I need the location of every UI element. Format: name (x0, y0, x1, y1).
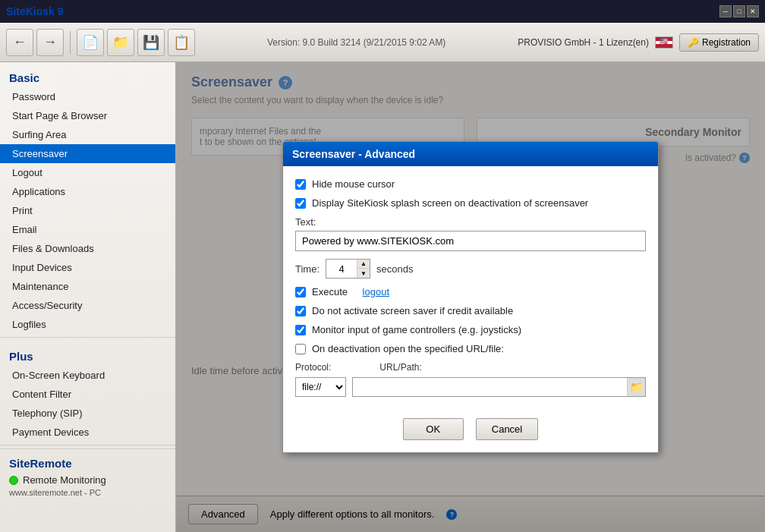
protocol-urlpath-labels-row: Protocol: URL/Path: (295, 362, 646, 373)
dialog-body: Hide mouse cursor Display SiteKiosk spla… (283, 166, 658, 409)
version-info: Version: 9.0 Build 3214 (9/21/2015 9:02 … (198, 37, 515, 48)
cancel-button[interactable]: Cancel (476, 418, 538, 440)
display-splash-checkbox[interactable] (295, 198, 306, 209)
ok-button[interactable]: OK (403, 418, 464, 440)
splash-text-input[interactable] (295, 231, 646, 251)
flag-icon: 🇺🇸 (655, 36, 673, 49)
execute-logout-checkbox[interactable] (295, 287, 306, 297)
time-row: Time: ▲ ▼ seconds (295, 259, 646, 279)
version-text: Version: 9.0 Build 3214 (9/21/2015 9:02 … (267, 37, 446, 48)
protocol-url-row: file:// http:// https:// 📁 (295, 377, 646, 397)
dialog-title: Screensaver - Advanced (292, 148, 415, 160)
no-screensaver-row: Do not activate screen saver if credit a… (295, 305, 646, 316)
sidebar-item-applications[interactable]: Applications (0, 182, 175, 201)
text-field-label: Text: (295, 216, 646, 228)
display-splash-row: Display SiteKiosk splash screen on deact… (295, 197, 646, 209)
save-button[interactable]: 💾 (137, 29, 165, 56)
app-title: SiteKiosk 9 (6, 5, 63, 17)
siteremote-title: SiteRemote (9, 457, 166, 470)
remote-monitoring-url: www.siteremote.net - PC (9, 488, 166, 497)
open-url-row: On deactivation open the specified URL/f… (295, 343, 646, 354)
hide-mouse-row: Hide mouse cursor (295, 178, 646, 190)
content-area: Screensaver ? Select the content you wan… (176, 62, 765, 532)
display-splash-label: Display SiteKiosk splash screen on deact… (312, 197, 588, 209)
title-bar-left: SiteKiosk 9 (6, 5, 63, 17)
plus-section-label: Plus (0, 341, 175, 366)
sidebar-item-access-security[interactable]: Access/Security (0, 296, 175, 315)
status-dot-icon (9, 476, 18, 485)
no-screensaver-label: Do not activate screen saver if credit a… (312, 305, 513, 316)
protocol-label: Protocol: (295, 362, 331, 373)
siteremote-section: SiteRemote Remote Monitoring www.siterem… (0, 449, 175, 505)
hide-mouse-label: Hide mouse cursor (312, 178, 395, 190)
time-input-wrap: ▲ ▼ (326, 259, 370, 279)
execute-logout-label: Execute (312, 286, 348, 297)
sidebar-item-logfiles[interactable]: Logfiles (0, 315, 175, 334)
title-bar: SiteKiosk 9 ─ □ ✕ (0, 0, 765, 23)
remote-monitoring-label: Remote Monitoring (23, 474, 106, 486)
dialog-title-bar: Screensaver - Advanced (283, 142, 658, 166)
saveas-button[interactable]: 📋 (168, 29, 195, 56)
back-button[interactable]: ← (6, 29, 33, 56)
new-button[interactable]: 📄 (77, 29, 104, 56)
sidebar-item-surfing-area[interactable]: Surfing Area (0, 125, 175, 144)
sidebar-item-telephony-sip[interactable]: Telephony (SIP) (0, 404, 175, 423)
dialog-buttons: OK Cancel (283, 409, 658, 452)
monitor-game-checkbox[interactable] (295, 325, 306, 335)
sidebar-item-start-page-browser[interactable]: Start Page & Browser (0, 106, 175, 125)
monitor-game-row: Monitor input of game controllers (e.g. … (295, 324, 646, 335)
main-layout: Basic Password Start Page & Browser Surf… (0, 62, 765, 532)
time-spin: ▲ ▼ (357, 260, 370, 278)
sidebar-item-screensaver[interactable]: Screensaver (0, 144, 175, 163)
time-unit-label: seconds (376, 263, 413, 275)
protocol-select-wrap: file:// http:// https:// (295, 377, 346, 397)
time-spin-down[interactable]: ▼ (357, 269, 370, 278)
sidebar-item-content-filter[interactable]: Content Filter (0, 385, 175, 404)
logout-link[interactable]: logout (363, 286, 389, 297)
screensaver-advanced-dialog: Screensaver - Advanced Hide mouse cursor… (282, 141, 659, 453)
open-url-checkbox[interactable] (295, 344, 306, 354)
sidebar-item-logout[interactable]: Logout (0, 163, 175, 182)
sidebar-item-password[interactable]: Password (0, 87, 175, 106)
execute-logout-row: Execute logout (295, 286, 646, 297)
sidebar: Basic Password Start Page & Browser Surf… (0, 62, 176, 532)
maximize-button[interactable]: □ (733, 5, 745, 17)
basic-section-label: Basic (0, 62, 175, 87)
toolbar-separator-1 (70, 31, 71, 54)
open-url-label: On deactivation open the specified URL/f… (312, 343, 504, 354)
toolbar-right: PROVISIO GmbH - 1 Lizenz(en) 🇺🇸 🔑 Regist… (518, 33, 759, 52)
close-button[interactable]: ✕ (747, 5, 759, 17)
sidebar-item-email[interactable]: Email (0, 220, 175, 239)
no-screensaver-checkbox[interactable] (295, 306, 306, 316)
forward-button[interactable]: → (36, 29, 64, 56)
time-spin-up[interactable]: ▲ (357, 260, 370, 269)
sidebar-divider-2 (0, 445, 175, 445)
sidebar-item-on-screen-keyboard[interactable]: On-Screen Keyboard (0, 366, 175, 385)
time-label: Time: (295, 263, 320, 275)
reg-label: Registration (702, 37, 751, 48)
monitor-game-label: Monitor input of game controllers (e.g. … (312, 324, 521, 335)
sidebar-item-maintenance[interactable]: Maintenance (0, 277, 175, 296)
minimize-button[interactable]: ─ (719, 5, 732, 17)
url-input-wrap: 📁 (352, 377, 646, 397)
url-path-input[interactable] (353, 380, 627, 394)
registration-button[interactable]: 🔑 Registration (679, 33, 759, 52)
sidebar-item-print[interactable]: Print (0, 201, 175, 220)
sidebar-divider-1 (0, 337, 175, 338)
siteremote-row: Remote Monitoring (9, 474, 166, 486)
dialog-overlay: Screensaver - Advanced Hide mouse cursor… (176, 62, 765, 532)
protocol-select[interactable]: file:// http:// https:// (296, 379, 345, 395)
sidebar-item-files-downloads[interactable]: Files & Downloads (0, 239, 175, 258)
hide-mouse-checkbox[interactable] (295, 179, 306, 190)
urlpath-label: URL/Path: (379, 362, 421, 373)
open-button[interactable]: 📁 (107, 29, 134, 56)
license-text: PROVISIO GmbH - 1 Lizenz(en) (518, 37, 649, 48)
url-browse-button[interactable]: 📁 (627, 378, 645, 396)
toolbar: ← → 📄 📁 💾 📋 Version: 9.0 Build 3214 (9/2… (0, 23, 765, 62)
reg-icon: 🔑 (688, 37, 699, 48)
title-bar-controls[interactable]: ─ □ ✕ (719, 5, 759, 17)
sidebar-item-payment-devices[interactable]: Payment Devices (0, 423, 175, 442)
time-value-input[interactable] (326, 260, 357, 278)
sidebar-item-input-devices[interactable]: Input Devices (0, 258, 175, 277)
